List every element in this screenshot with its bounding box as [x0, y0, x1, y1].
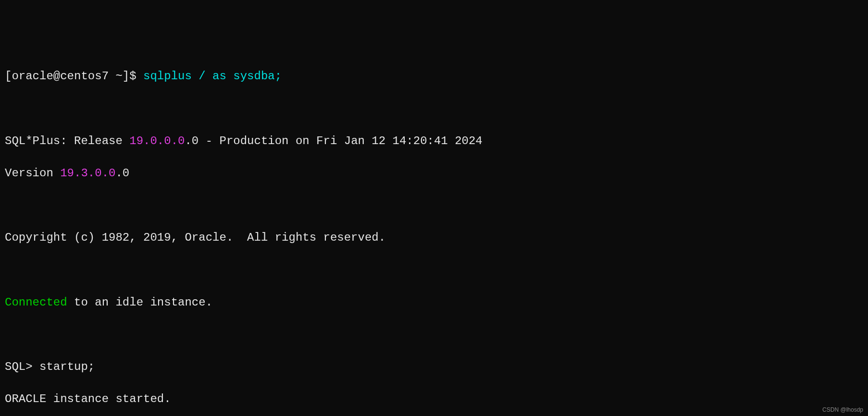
connected-status: Connected — [5, 296, 67, 309]
sql-prompt-line[interactable]: SQL> startup; — [5, 359, 863, 375]
prompt-line[interactable]: [oracle@centos7 ~]$ sqlplus / as sysdba; — [5, 68, 863, 85]
shell-command: sqlplus / as sysdba; — [143, 70, 282, 83]
blank-line — [5, 101, 863, 117]
instance-started: ORACLE instance started. — [5, 391, 863, 407]
blank-line — [5, 197, 863, 214]
watermark: CSDN @lhosdp — [822, 406, 863, 414]
copyright-line: Copyright (c) 1982, 2019, Oracle. All ri… — [5, 230, 863, 246]
connected-line: Connected to an idle instance. — [5, 294, 863, 311]
banner-text: SQL*Plus: Release — [5, 135, 129, 147]
banner-release: SQL*Plus: Release 19.0.0.0.0 - Productio… — [5, 133, 863, 149]
shell-prompt: [oracle@centos7 ~]$ — [5, 70, 143, 83]
blank-line — [5, 262, 863, 279]
connected-text: to an idle instance. — [67, 296, 212, 309]
version-label: Version — [5, 167, 60, 180]
sql-prompt: SQL> — [5, 360, 39, 373]
version-suffix: .0 — [115, 167, 129, 180]
banner-text: .0 - Production on Fri Jan 12 14:20:41 2… — [185, 135, 482, 147]
release-version: 19.0.0.0 — [129, 135, 185, 147]
banner-version: Version 19.3.0.0.0 — [5, 165, 863, 182]
version-number: 19.3.0.0 — [60, 167, 115, 180]
sql-command: startup; — [39, 360, 95, 373]
blank-line — [5, 327, 863, 343]
